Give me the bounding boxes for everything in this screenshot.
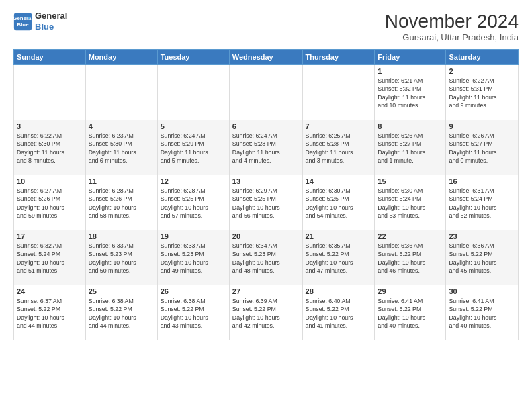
day-info: Sunrise: 6:22 AMSunset: 5:30 PMDaylight:… xyxy=(17,132,83,165)
day-number: 23 xyxy=(449,232,515,240)
day-info: Sunrise: 6:24 AMSunset: 5:28 PMDaylight:… xyxy=(232,132,300,165)
cell-4-0: 24Sunrise: 6:37 AMSunset: 5:22 PMDayligh… xyxy=(14,285,86,340)
cell-2-6: 16Sunrise: 6:31 AMSunset: 5:24 PMDayligh… xyxy=(446,175,519,230)
day-number: 2 xyxy=(449,67,515,75)
day-info: Sunrise: 6:25 AMSunset: 5:28 PMDaylight:… xyxy=(306,132,372,165)
day-number: 19 xyxy=(161,232,226,240)
page: General Blue General Blue November 2024 … xyxy=(0,0,532,411)
day-info: Sunrise: 6:39 AMSunset: 5:22 PMDaylight:… xyxy=(232,297,300,330)
header-saturday: Saturday xyxy=(446,50,519,65)
day-info: Sunrise: 6:33 AMSunset: 5:23 PMDaylight:… xyxy=(89,242,154,275)
day-info: Sunrise: 6:30 AMSunset: 5:24 PMDaylight:… xyxy=(378,187,443,220)
svg-text:Blue: Blue xyxy=(17,21,29,28)
day-info: Sunrise: 6:29 AMSunset: 5:25 PMDaylight:… xyxy=(232,187,300,220)
cell-4-2: 26Sunrise: 6:38 AMSunset: 5:22 PMDayligh… xyxy=(157,285,229,340)
day-number: 1 xyxy=(378,67,443,75)
day-number: 15 xyxy=(378,177,443,185)
header-monday: Monday xyxy=(85,50,157,65)
day-info: Sunrise: 6:35 AMSunset: 5:22 PMDaylight:… xyxy=(306,242,372,275)
day-number: 13 xyxy=(232,177,300,185)
cell-1-5: 8Sunrise: 6:26 AMSunset: 5:27 PMDaylight… xyxy=(375,120,446,175)
day-number: 5 xyxy=(161,122,226,130)
day-info: Sunrise: 6:38 AMSunset: 5:22 PMDaylight:… xyxy=(161,297,226,330)
logo-line2: Blue xyxy=(35,21,67,32)
day-number: 30 xyxy=(449,287,515,295)
calendar-header: Sunday Monday Tuesday Wednesday Thursday… xyxy=(14,50,519,65)
logo-icon: General Blue xyxy=(13,12,32,31)
cell-2-1: 11Sunrise: 6:28 AMSunset: 5:26 PMDayligh… xyxy=(85,175,157,230)
day-number: 10 xyxy=(17,177,83,185)
header-thursday: Thursday xyxy=(302,50,375,65)
day-info: Sunrise: 6:21 AMSunset: 5:32 PMDaylight:… xyxy=(378,77,443,109)
cell-0-0 xyxy=(14,65,86,120)
logo-line1: General xyxy=(35,11,67,21)
day-info: Sunrise: 6:38 AMSunset: 5:22 PMDaylight:… xyxy=(89,297,154,330)
cell-1-6: 9Sunrise: 6:26 AMSunset: 5:27 PMDaylight… xyxy=(446,120,519,175)
cell-1-1: 4Sunrise: 6:23 AMSunset: 5:30 PMDaylight… xyxy=(85,120,157,175)
day-number: 11 xyxy=(89,177,154,185)
day-info: Sunrise: 6:32 AMSunset: 5:24 PMDaylight:… xyxy=(17,242,83,275)
cell-3-1: 18Sunrise: 6:33 AMSunset: 5:23 PMDayligh… xyxy=(85,230,157,285)
cell-0-1 xyxy=(85,65,157,120)
day-number: 3 xyxy=(17,122,83,130)
day-number: 6 xyxy=(232,122,300,130)
day-number: 28 xyxy=(306,287,372,295)
week-row-3: 17Sunrise: 6:32 AMSunset: 5:24 PMDayligh… xyxy=(14,230,519,285)
cell-0-6: 2Sunrise: 6:22 AMSunset: 5:31 PMDaylight… xyxy=(446,65,519,120)
logo: General Blue General Blue xyxy=(13,11,67,32)
cell-3-3: 20Sunrise: 6:34 AMSunset: 5:23 PMDayligh… xyxy=(229,230,302,285)
cell-3-4: 21Sunrise: 6:35 AMSunset: 5:22 PMDayligh… xyxy=(302,230,375,285)
header-friday: Friday xyxy=(375,50,446,65)
day-info: Sunrise: 6:30 AMSunset: 5:25 PMDaylight:… xyxy=(306,187,372,220)
cell-0-3 xyxy=(229,65,302,120)
cell-4-5: 29Sunrise: 6:41 AMSunset: 5:22 PMDayligh… xyxy=(375,285,446,340)
day-info: Sunrise: 6:33 AMSunset: 5:23 PMDaylight:… xyxy=(161,242,226,275)
day-info: Sunrise: 6:41 AMSunset: 5:22 PMDaylight:… xyxy=(449,297,515,330)
calendar: Sunday Monday Tuesday Wednesday Thursday… xyxy=(13,49,519,340)
day-number: 4 xyxy=(89,122,154,130)
cell-4-4: 28Sunrise: 6:40 AMSunset: 5:22 PMDayligh… xyxy=(302,285,375,340)
cell-3-0: 17Sunrise: 6:32 AMSunset: 5:24 PMDayligh… xyxy=(14,230,86,285)
month-title: November 2024 xyxy=(385,11,519,32)
day-info: Sunrise: 6:41 AMSunset: 5:22 PMDaylight:… xyxy=(378,297,443,330)
cell-3-6: 23Sunrise: 6:36 AMSunset: 5:22 PMDayligh… xyxy=(446,230,519,285)
cell-1-4: 7Sunrise: 6:25 AMSunset: 5:28 PMDaylight… xyxy=(302,120,375,175)
cell-4-6: 30Sunrise: 6:41 AMSunset: 5:22 PMDayligh… xyxy=(446,285,519,340)
cell-4-1: 25Sunrise: 6:38 AMSunset: 5:22 PMDayligh… xyxy=(85,285,157,340)
day-info: Sunrise: 6:23 AMSunset: 5:30 PMDaylight:… xyxy=(89,132,154,165)
day-number: 22 xyxy=(378,232,443,240)
cell-2-2: 12Sunrise: 6:28 AMSunset: 5:25 PMDayligh… xyxy=(157,175,229,230)
header: General Blue General Blue November 2024 … xyxy=(13,11,519,42)
day-info: Sunrise: 6:34 AMSunset: 5:23 PMDaylight:… xyxy=(232,242,300,275)
week-row-0: 1Sunrise: 6:21 AMSunset: 5:32 PMDaylight… xyxy=(14,65,519,120)
day-number: 26 xyxy=(161,287,226,295)
day-number: 29 xyxy=(378,287,443,295)
header-wednesday: Wednesday xyxy=(229,50,302,65)
cell-1-3: 6Sunrise: 6:24 AMSunset: 5:28 PMDaylight… xyxy=(229,120,302,175)
day-number: 16 xyxy=(449,177,515,185)
week-row-4: 24Sunrise: 6:37 AMSunset: 5:22 PMDayligh… xyxy=(14,285,519,340)
day-number: 20 xyxy=(232,232,300,240)
subtitle: Gursarai, Uttar Pradesh, India xyxy=(385,32,519,42)
title-area: November 2024 Gursarai, Uttar Pradesh, I… xyxy=(385,11,519,42)
day-info: Sunrise: 6:24 AMSunset: 5:29 PMDaylight:… xyxy=(161,132,226,165)
header-tuesday: Tuesday xyxy=(157,50,229,65)
calendar-body: 1Sunrise: 6:21 AMSunset: 5:32 PMDaylight… xyxy=(14,65,519,340)
day-info: Sunrise: 6:28 AMSunset: 5:25 PMDaylight:… xyxy=(161,187,226,220)
day-number: 27 xyxy=(232,287,300,295)
cell-0-2 xyxy=(157,65,229,120)
day-number: 21 xyxy=(306,232,372,240)
day-number: 25 xyxy=(89,287,154,295)
day-number: 17 xyxy=(17,232,83,240)
day-number: 8 xyxy=(378,122,443,130)
cell-3-5: 22Sunrise: 6:36 AMSunset: 5:22 PMDayligh… xyxy=(375,230,446,285)
day-info: Sunrise: 6:37 AMSunset: 5:22 PMDaylight:… xyxy=(17,297,83,330)
day-info: Sunrise: 6:28 AMSunset: 5:26 PMDaylight:… xyxy=(89,187,154,220)
cell-3-2: 19Sunrise: 6:33 AMSunset: 5:23 PMDayligh… xyxy=(157,230,229,285)
cell-0-4 xyxy=(302,65,375,120)
header-row: Sunday Monday Tuesday Wednesday Thursday… xyxy=(14,50,519,65)
cell-1-0: 3Sunrise: 6:22 AMSunset: 5:30 PMDaylight… xyxy=(14,120,86,175)
day-number: 18 xyxy=(89,232,154,240)
day-number: 7 xyxy=(306,122,372,130)
day-number: 9 xyxy=(449,122,515,130)
